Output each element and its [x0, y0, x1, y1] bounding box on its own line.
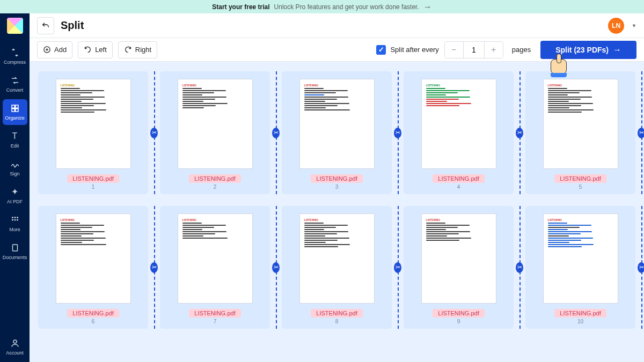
page-thumbnail[interactable]: LISTENINGLISTENING.pdf3	[282, 71, 392, 194]
file-name-badge: LISTENING.pdf	[189, 309, 240, 317]
svg-rect-2	[12, 109, 14, 112]
page-thumbnail[interactable]: LISTENINGLISTENING.pdf4	[404, 71, 514, 194]
sign-icon	[10, 159, 20, 169]
split-handle[interactable]: ✂	[150, 71, 158, 194]
svg-rect-1	[15, 105, 18, 108]
page-thumbnail[interactable]: LISTENINGLISTENING.pdf5	[525, 71, 635, 194]
back-button[interactable]	[37, 17, 54, 34]
sidebar-item-convert[interactable]: Convert	[3, 71, 27, 97]
edit-icon: T	[10, 131, 20, 141]
file-name-badge: LISTENING.pdf	[554, 309, 606, 317]
scissors-icon: ✂	[272, 128, 280, 138]
split-handle[interactable]: ✂	[516, 206, 523, 329]
page-thumbnail[interactable]: LISTENINGLISTENING.pdf7	[160, 206, 270, 329]
sidebar-item-documents[interactable]: Documents	[3, 239, 27, 264]
svg-point-9	[17, 219, 18, 221]
svg-point-5	[14, 217, 16, 218]
page-title: Split	[61, 19, 84, 32]
scissors-icon: ✂	[516, 128, 523, 138]
page-number: 6	[92, 319, 95, 324]
pages-label: pages	[512, 46, 531, 54]
svg-rect-10	[12, 245, 17, 251]
grid-icon	[10, 215, 20, 225]
chevron-down-icon[interactable]: ▼	[632, 23, 636, 28]
stepper-minus[interactable]: −	[445, 42, 463, 58]
file-name-badge: LISTENING.pdf	[554, 174, 606, 183]
sidebar-item-compress[interactable]: Compress	[3, 43, 27, 69]
page-thumbnail[interactable]: LISTENINGLISTENING.pdf9	[404, 206, 514, 329]
scissors-icon: ✂	[150, 128, 158, 138]
sidebar-item-organize[interactable]: Organize	[3, 99, 27, 125]
page-number: 3	[335, 184, 339, 190]
split-handle[interactable]: ✂	[272, 71, 280, 194]
add-button[interactable]: Add	[37, 41, 72, 58]
scissors-icon: ✂	[394, 262, 401, 273]
toolbar: Add Left Right ✓ Split after every − 1 +…	[30, 38, 644, 62]
page-count-stepper: − 1 +	[444, 41, 503, 58]
page-number: 4	[457, 184, 460, 190]
split-button[interactable]: Split (23 PDFs) →	[540, 41, 636, 59]
split-every-toggle[interactable]: ✓ Split after every	[376, 45, 438, 55]
sidebar-item-aipdf[interactable]: ✦ AI PDF	[3, 183, 27, 209]
sidebar-item-more[interactable]: More	[3, 211, 27, 237]
convert-icon	[10, 76, 20, 85]
account-icon	[10, 338, 20, 348]
svg-point-11	[13, 340, 17, 343]
split-handle[interactable]: ✂	[272, 206, 280, 329]
svg-rect-3	[15, 109, 18, 112]
page-number: 1	[92, 184, 95, 190]
svg-point-4	[12, 217, 13, 218]
page-thumbnail[interactable]: LISTENINGLISTENING.pdf10	[525, 206, 635, 329]
split-handle[interactable]: ✂	[394, 206, 401, 329]
file-name-badge: LISTENING.pdf	[189, 174, 240, 183]
sidebar-item-label: Documents	[3, 255, 27, 260]
button-label: Left	[95, 46, 107, 54]
plus-circle-icon	[43, 46, 51, 54]
file-name-badge: LISTENING.pdf	[433, 309, 484, 317]
svg-point-8	[14, 219, 16, 221]
sparkle-icon: ✦	[10, 187, 20, 197]
page-thumbnail[interactable]: LISTENINGLISTENING.pdf2	[160, 71, 270, 194]
arrow-icon: →	[423, 2, 432, 12]
avatar[interactable]: LN	[608, 18, 624, 34]
sidebar-item-label: Compress	[4, 60, 26, 65]
stepper-value[interactable]: 1	[463, 42, 485, 58]
page-canvas[interactable]: LISTENINGLISTENING.pdf1✂LISTENINGLISTENI…	[30, 62, 644, 362]
split-handle[interactable]: ✂	[516, 71, 523, 194]
scissors-icon: ✂	[150, 262, 158, 273]
file-name-badge: LISTENING.pdf	[433, 174, 484, 183]
split-handle[interactable]: ✂	[394, 71, 401, 194]
page-number: 2	[214, 184, 217, 190]
page-thumbnail[interactable]: LISTENINGLISTENING.pdf8	[282, 206, 392, 329]
page-number: 9	[457, 319, 460, 324]
split-handle[interactable]: ✂	[150, 206, 158, 329]
rotate-left-button[interactable]: Left	[78, 41, 113, 58]
file-name-badge: LISTENING.pdf	[67, 309, 119, 317]
page-number: 10	[577, 319, 583, 324]
sidebar-item-label: Edit	[11, 143, 19, 149]
stepper-plus[interactable]: +	[485, 42, 503, 58]
page-thumbnail[interactable]: LISTENINGLISTENING.pdf1	[38, 71, 148, 194]
promo-banner[interactable]: Start your free trial Unlock Pro feature…	[0, 0, 644, 13]
button-label: Right	[135, 46, 151, 54]
sidebar-item-label: More	[9, 227, 20, 232]
page-number: 8	[335, 319, 339, 324]
sidebar-item-label: AI PDF	[7, 199, 23, 204]
compress-icon	[10, 48, 20, 57]
scissors-icon: ✂	[638, 262, 644, 273]
banner-text: Unlock Pro features and get your work do…	[274, 3, 419, 11]
sidebar-item-sign[interactable]: Sign	[3, 155, 27, 181]
topbar: Split LN ▼	[30, 13, 644, 38]
page-thumbnail[interactable]: LISTENINGLISTENING.pdf6	[38, 206, 148, 329]
sidebar-item-account[interactable]: Account	[3, 334, 27, 360]
rotate-left-icon	[84, 46, 92, 54]
sidebar-item-edit[interactable]: T Edit	[3, 127, 27, 153]
split-handle[interactable]: ✂	[638, 206, 644, 329]
app-logo[interactable]	[7, 18, 23, 34]
arrow-icon: →	[613, 45, 621, 55]
sidebar-item-label: Convert	[6, 87, 24, 93]
rotate-right-button[interactable]: Right	[118, 41, 157, 58]
banner-title: Start your free trial	[212, 3, 269, 11]
scissors-icon: ✂	[638, 128, 644, 138]
split-handle[interactable]: ✂	[638, 71, 644, 194]
